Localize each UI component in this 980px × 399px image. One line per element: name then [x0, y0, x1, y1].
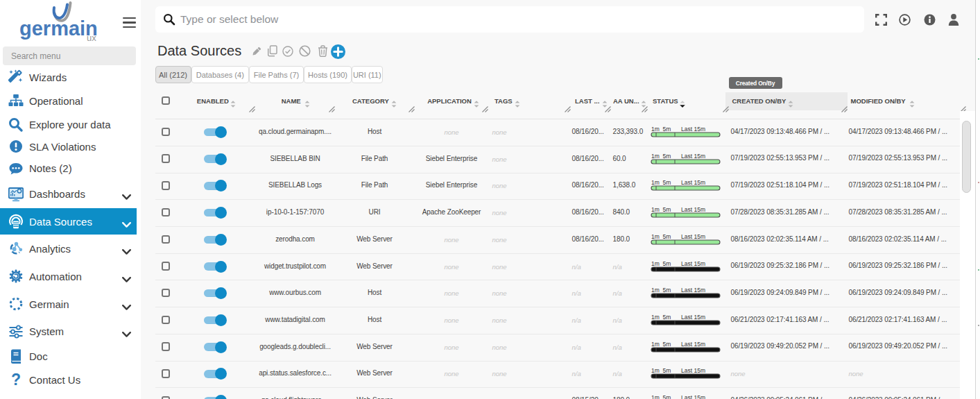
- svg-text:?: ?: [11, 373, 21, 388]
- svg-text:germain: germain: [19, 17, 98, 40]
- svg-text:ux: ux: [87, 33, 96, 43]
